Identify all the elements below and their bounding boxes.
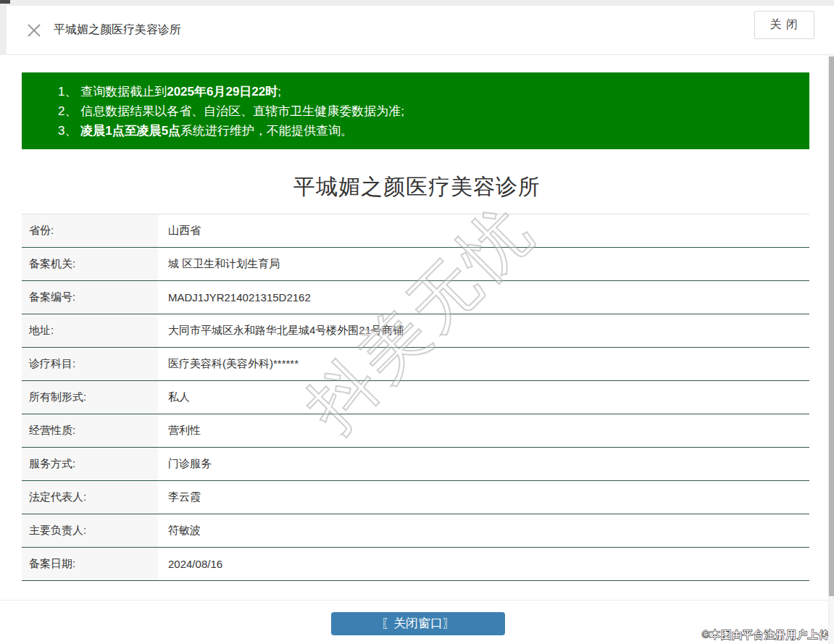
row-value: 大同市平城区永和路华北星城4号楼外围21号商铺	[158, 314, 404, 347]
vertical-scrollbar[interactable]	[828, 55, 834, 644]
notice-line: 1、 查询数据截止到2025年6月29日22时;	[58, 82, 795, 101]
row-label: 备案机关:	[22, 248, 158, 280]
row-value: 李云霞	[158, 481, 201, 514]
close-button[interactable]: 关 闭	[754, 11, 814, 39]
table-row: 地址: 大同市平城区永和路华北星城4号楼外围21号商铺	[22, 314, 809, 348]
dialog-title: 平城媚之颜医疗美容诊所	[54, 22, 181, 38]
table-row: 法定代表人: 李云霞	[22, 481, 809, 514]
row-value: 2024/08/16	[158, 548, 222, 580]
row-value: 山西省	[158, 214, 201, 247]
table-row: 备案日期: 2024/08/16	[22, 548, 809, 581]
row-label: 法定代表人:	[22, 481, 158, 514]
corner-watermark: ©本图由平台注册用户上传	[702, 629, 830, 642]
row-value: 医疗美容科(美容外科)******	[158, 348, 299, 380]
table-row: 诊疗科目: 医疗美容科(美容外科)******	[22, 348, 809, 381]
row-label: 诊疗科目:	[22, 348, 158, 380]
row-value: MADJ1JYR214021315D2162	[158, 281, 311, 314]
info-table: 省份: 山西省 备案机关: 城 区卫生和计划生育局 备案编号: MADJ1JYR…	[22, 214, 809, 581]
table-row: 服务方式: 门诊服务	[22, 448, 809, 481]
table-row: 主要负责人: 符敏波	[22, 514, 809, 548]
row-label: 经营性质:	[22, 414, 158, 447]
row-value: 城 区卫生和计划生育局	[158, 248, 280, 280]
notice-banner: 1、 查询数据截止到2025年6月29日22时; 2、 信息数据结果以各省、自治…	[22, 72, 809, 149]
corner-notch	[0, 0, 10, 4]
close-icon[interactable]	[27, 23, 41, 38]
row-value: 私人	[158, 381, 190, 414]
notice-line: 3、 凌晨1点至凌晨5点系统进行维护，不能提供查询。	[58, 121, 795, 141]
table-row: 备案机关: 城 区卫生和计划生育局	[22, 248, 809, 281]
row-label: 所有制形式:	[22, 381, 158, 414]
row-label: 备案日期:	[22, 548, 158, 580]
table-row: 省份: 山西省	[22, 214, 809, 248]
row-label: 省份:	[22, 214, 158, 247]
row-label: 备案编号:	[22, 281, 158, 314]
row-value: 营利性	[158, 414, 201, 447]
row-label: 地址:	[22, 314, 158, 347]
table-row: 备案编号: MADJ1JYR214021315D2162	[22, 281, 809, 314]
page-title: 平城媚之颜医疗美容诊所	[0, 172, 834, 202]
row-label: 服务方式:	[22, 448, 158, 480]
footer-divider	[0, 600, 834, 601]
dialog-header: 平城媚之颜医疗美容诊所	[7, 6, 834, 55]
page-top-strip	[0, 0, 834, 6]
table-row: 所有制形式: 私人	[22, 381, 809, 414]
row-value: 符敏波	[158, 514, 201, 547]
page-left-strip	[0, 0, 7, 55]
row-value: 门诊服务	[158, 448, 212, 480]
row-label: 主要负责人:	[22, 514, 158, 547]
scrollbar-thumb[interactable]	[829, 57, 834, 596]
table-row: 经营性质: 营利性	[22, 414, 809, 448]
close-window-button[interactable]: 〖关闭窗口〗	[331, 612, 505, 635]
notice-line: 2、 信息数据结果以各省、自治区、直辖市卫生健康委数据为准;	[58, 101, 795, 121]
